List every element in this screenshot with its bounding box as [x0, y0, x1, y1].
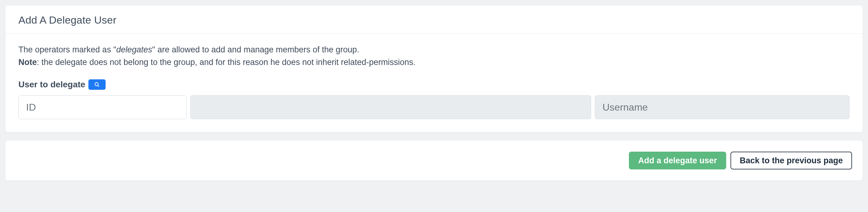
info-text-emphasis: delegates	[116, 45, 152, 54]
username-input	[595, 95, 849, 119]
field-label-row: User to delegate	[19, 79, 849, 90]
back-button[interactable]: Back to the previous page	[731, 152, 852, 169]
add-delegate-card: Add A Delegate User The operators marked…	[5, 5, 863, 132]
card-header: Add A Delegate User	[5, 5, 863, 34]
svg-point-0	[95, 82, 98, 86]
card-title: Add A Delegate User	[19, 14, 849, 26]
action-bar: Add a delegate user Back to the previous…	[5, 141, 863, 180]
id-input[interactable]	[19, 95, 187, 119]
search-button[interactable]	[88, 79, 105, 90]
note-text: : the delegate does not belong to the gr…	[37, 58, 415, 67]
info-text-post: " are allowed to add and manage members …	[152, 45, 360, 54]
svg-line-1	[98, 85, 99, 87]
delegate-input-row	[19, 95, 849, 119]
info-text-pre: The operators marked as "	[19, 45, 116, 54]
search-icon	[94, 81, 100, 87]
note-label: Note	[19, 58, 37, 67]
display-name-input	[190, 95, 591, 119]
info-text: The operators marked as "delegates" are …	[19, 43, 849, 68]
add-delegate-user-button[interactable]: Add a delegate user	[629, 152, 726, 169]
user-to-delegate-label: User to delegate	[19, 80, 85, 90]
card-body: The operators marked as "delegates" are …	[5, 34, 863, 132]
